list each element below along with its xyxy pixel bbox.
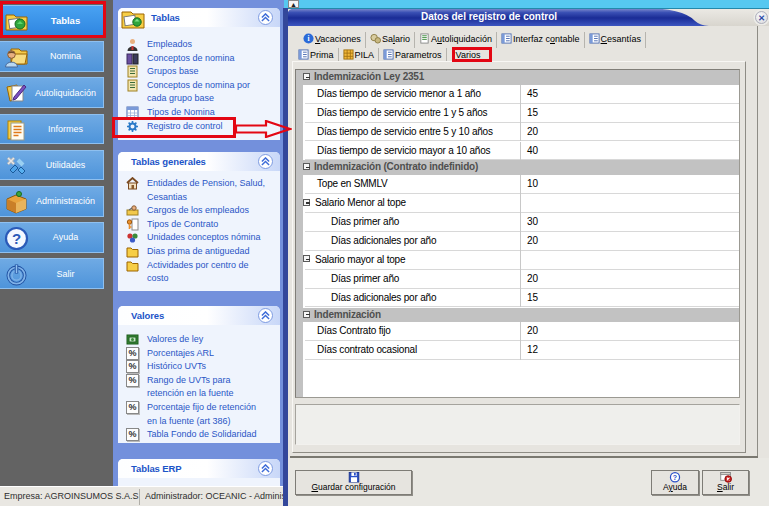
svg-text:i: i: [307, 34, 309, 43]
svg-text:?: ?: [673, 474, 677, 481]
svg-text:?: ?: [12, 230, 21, 247]
